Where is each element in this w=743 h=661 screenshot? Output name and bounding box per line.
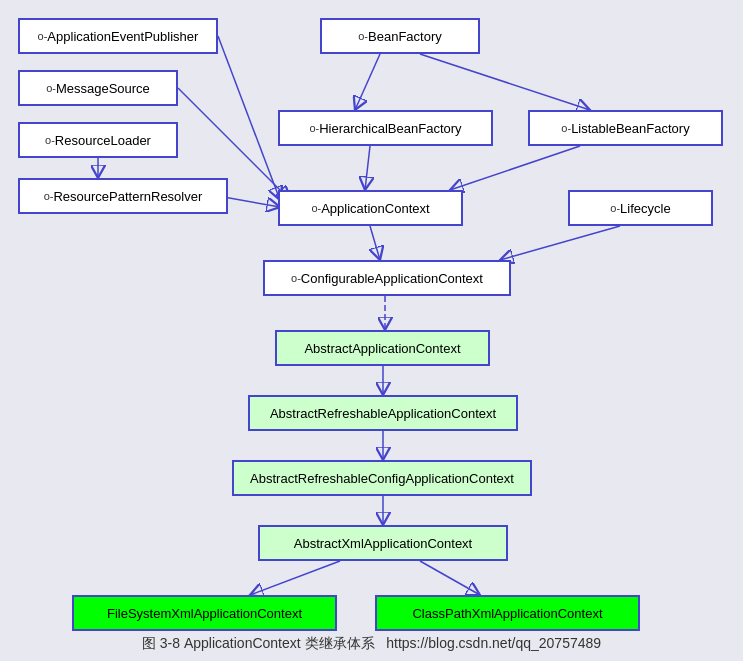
node-class-path-xml-application-context: ClassPathXmlApplicationContext bbox=[375, 595, 640, 631]
svg-line-4 bbox=[355, 54, 380, 110]
node-message-source: o- MessageSource bbox=[18, 70, 178, 106]
node-abstract-refreshable-config-application-context: AbstractRefreshableConfigApplicationCont… bbox=[232, 460, 532, 496]
node-application-event-publisher: o- ApplicationEventPublisher bbox=[18, 18, 218, 54]
node-application-context: o- ApplicationContext bbox=[278, 190, 463, 226]
svg-line-0 bbox=[218, 36, 280, 200]
node-resource-loader: o- ResourceLoader bbox=[18, 122, 178, 158]
node-resource-pattern-resolver: o- ResourcePatternResolver bbox=[18, 178, 228, 214]
node-hierarchical-bean-factory: o- HierarchicalBeanFactory bbox=[278, 110, 493, 146]
svg-line-9 bbox=[370, 226, 380, 260]
svg-line-15 bbox=[420, 561, 480, 595]
node-abstract-xml-application-context: AbstractXmlApplicationContext bbox=[258, 525, 508, 561]
node-configurable-application-context: o- ConfigurableApplicationContext bbox=[263, 260, 511, 296]
svg-line-7 bbox=[450, 146, 580, 190]
diagram-container: o- ApplicationEventPublisher o- MessageS… bbox=[0, 0, 743, 661]
node-lifecycle: o- Lifecycle bbox=[568, 190, 713, 226]
node-bean-factory: o- BeanFactory bbox=[320, 18, 480, 54]
node-abstract-refreshable-application-context: AbstractRefreshableApplicationContext bbox=[248, 395, 518, 431]
node-listable-bean-factory: o- ListableBeanFactory bbox=[528, 110, 723, 146]
svg-line-8 bbox=[500, 226, 620, 260]
svg-line-6 bbox=[365, 146, 370, 190]
diagram-caption: 图 3-8 ApplicationContext 类继承体系 https://b… bbox=[0, 635, 743, 653]
svg-line-5 bbox=[420, 54, 590, 110]
node-abstract-application-context: AbstractApplicationContext bbox=[275, 330, 490, 366]
svg-line-14 bbox=[250, 561, 340, 595]
node-file-system-xml-application-context: FileSystemXmlApplicationContext bbox=[72, 595, 337, 631]
